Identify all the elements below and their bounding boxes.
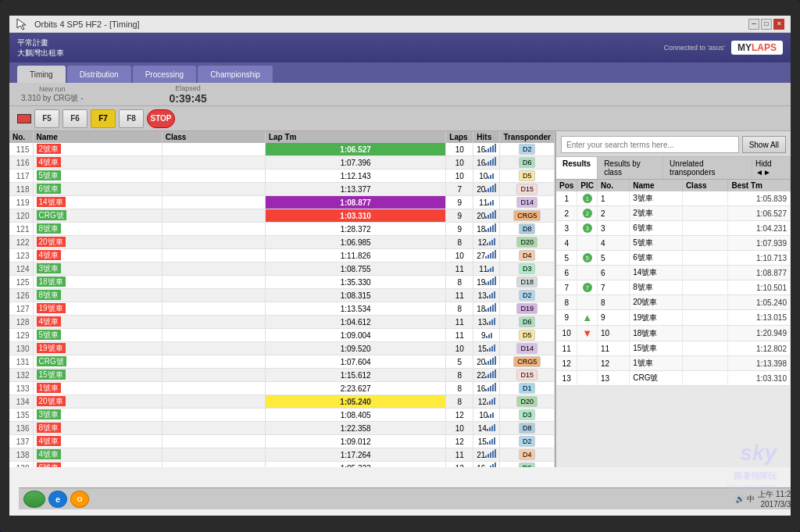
cell-best-tm: 1:08.877: [728, 266, 791, 280]
table-row: 1218號車1:28.372918D8: [9, 223, 555, 236]
cell-pos: 4: [556, 236, 577, 251]
cell-result-no: 4: [598, 236, 630, 251]
company-line2: 大鵬灣出租車: [17, 48, 64, 58]
cell-pos: 10: [556, 326, 577, 341]
cell-hits: 15: [473, 342, 500, 355]
cell-result-name: 14號車: [630, 266, 683, 280]
cell-laps: 11: [446, 289, 473, 302]
cell-transponder: D5: [500, 329, 555, 342]
cell-laps: 8: [446, 395, 473, 409]
cell-name: 4號車: [33, 448, 162, 462]
cell-hits: 10: [473, 409, 500, 422]
rcol-name: Name: [630, 180, 683, 191]
cell-laps: 12: [446, 435, 473, 448]
cell-result-class: [682, 341, 728, 356]
cell-class: [162, 170, 265, 183]
cell-result-class: [682, 266, 728, 280]
tab-hidden[interactable]: Hidd ◄►: [752, 157, 791, 179]
cell-result-name: 6號車: [630, 221, 683, 236]
cell-class: [162, 276, 265, 289]
cell-lap-tm: 1:11.826: [265, 249, 445, 262]
cell-lap-tm: 1:13.377: [265, 183, 445, 196]
rcol-class: Class: [682, 180, 728, 191]
cell-laps: 10: [446, 143, 473, 156]
col-name: Name: [33, 131, 162, 143]
cell-lap-tm: 1:22.358: [265, 422, 445, 435]
minimize-button[interactable]: ─: [748, 19, 759, 30]
tab-timing[interactable]: Timing: [17, 66, 66, 83]
cell-name: 4號車: [33, 156, 162, 170]
cell-transponder: D1: [500, 382, 555, 395]
f5-button[interactable]: F5: [34, 109, 59, 128]
cell-laps: 11: [446, 316, 473, 329]
cell-transponder: D18: [500, 276, 555, 289]
table-row: 13420號車1:05.240812D20: [9, 395, 555, 409]
tab-results[interactable]: Results: [556, 157, 598, 179]
cell-pic: [577, 341, 598, 356]
cell-best-tm: 1:05.240: [728, 295, 791, 310]
table-row: 1284號車1:04.6121113D6: [9, 316, 555, 329]
cell-class: [162, 196, 265, 209]
cell-result-name: 3號車: [630, 191, 683, 206]
cell-name: 3號車: [33, 409, 162, 422]
cell-name: 2號車: [33, 143, 162, 156]
cell-no: 118: [9, 183, 33, 196]
cell-class: [162, 448, 265, 462]
cell-best-tm: 1:03.310: [728, 371, 791, 386]
elapsed-label: Elapsed: [175, 84, 201, 92]
nav-tabs: Timing Distribution Processing Champions…: [9, 62, 791, 83]
cell-laps: 5: [446, 355, 473, 369]
clock-time: 上午 11:28: [758, 489, 791, 499]
f7-button[interactable]: F7: [91, 109, 116, 128]
cell-laps: 11: [446, 262, 473, 276]
cell-no: 121: [9, 223, 33, 236]
cell-pos: 2: [556, 206, 577, 221]
search-input[interactable]: [561, 136, 739, 153]
tab-championship[interactable]: Championship: [198, 66, 273, 83]
close-button[interactable]: ✕: [773, 19, 784, 30]
cell-name: 19號車: [33, 342, 162, 355]
lap-table-container[interactable]: No. Name Class Lap Tm Laps Hits Transpon…: [9, 131, 555, 467]
tab-distribution[interactable]: Distribution: [67, 66, 131, 83]
cell-name: 4號車: [33, 316, 162, 329]
f8-button[interactable]: F8: [119, 109, 144, 128]
cell-laps: 12: [446, 409, 473, 422]
browser-icon[interactable]: e: [48, 491, 67, 508]
cell-class: [162, 183, 265, 196]
cell-laps: 11: [446, 448, 473, 462]
cell-best-tm: 1:04.231: [728, 221, 791, 236]
tab-results-by-class[interactable]: Results by class: [598, 157, 663, 179]
start-button[interactable]: [23, 491, 45, 508]
stop-button[interactable]: STOP: [147, 109, 175, 128]
cell-laps: 10: [446, 249, 473, 262]
cell-result-name: 5號車: [630, 236, 683, 251]
cell-class: [162, 143, 265, 156]
cell-laps: 7: [446, 183, 473, 196]
show-all-button[interactable]: Show All: [742, 136, 786, 153]
tab-unrelated-transponders[interactable]: Unrelated transponders: [663, 157, 752, 179]
cell-pic: 5: [577, 251, 598, 266]
cell-pic: 2: [577, 206, 598, 221]
cell-result-name: 2號車: [630, 206, 683, 221]
table-row: 1186號車1:13.377720D15: [9, 183, 555, 196]
cell-lap-tm: 1:08.315: [265, 289, 445, 302]
cell-class: [162, 382, 265, 395]
cell-name: 5號車: [33, 170, 162, 183]
cell-result-no: 10: [598, 326, 630, 341]
left-panel: No. Name Class Lap Tm Laps Hits Transpon…: [9, 131, 556, 467]
results-container[interactable]: Pos PIC No. Name Class Best Tm 1113號車1:0…: [556, 180, 791, 467]
table-row: 12220號車1:06.985812D20: [9, 236, 555, 249]
cell-result-name: 18號車: [630, 326, 683, 341]
cell-name: 6號車: [33, 183, 162, 196]
cell-no: 123: [9, 249, 33, 262]
rcol-pic: PIC: [577, 180, 598, 191]
col-no: No.: [9, 131, 33, 143]
restore-button[interactable]: □: [761, 19, 772, 30]
f6-button[interactable]: F6: [62, 109, 88, 128]
tab-processing[interactable]: Processing: [133, 66, 196, 83]
cell-no: 117: [9, 170, 33, 183]
cell-result-name: CRG號: [630, 371, 683, 386]
run-value: 3.310 by CRG號 -: [21, 93, 83, 104]
cell-result-class: [682, 206, 728, 221]
app-icon[interactable]: O: [70, 491, 89, 508]
